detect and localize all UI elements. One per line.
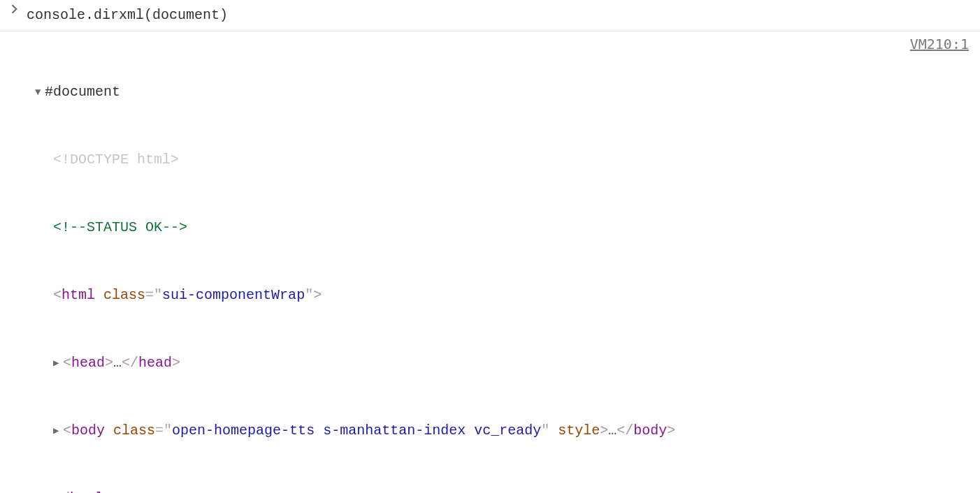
- caret-right-icon[interactable]: ▶: [53, 355, 63, 371]
- html-close-node[interactable]: </html>: [35, 487, 972, 493]
- html-open-node[interactable]: <html class="sui-componentWrap">: [35, 284, 972, 307]
- tree-root[interactable]: ▼#document: [35, 80, 972, 103]
- console-input-row: console.dirxml(document): [0, 0, 980, 31]
- console-input-text: console.dirxml(document): [27, 4, 972, 27]
- doctype-node[interactable]: <!DOCTYPE html>: [35, 148, 972, 171]
- document-label: #document: [45, 84, 120, 100]
- source-link[interactable]: VM210:1: [910, 36, 969, 52]
- console-log-row: ▼#document <!DOCTYPE html> <!--STATUS OK…: [0, 31, 980, 493]
- input-chevron-icon: [3, 4, 27, 14]
- comment-node[interactable]: <!--STATUS OK-->: [35, 216, 972, 239]
- caret-right-icon[interactable]: ▶: [53, 423, 63, 439]
- caret-down-icon[interactable]: ▼: [35, 84, 45, 101]
- dom-tree[interactable]: ▼#document <!DOCTYPE html> <!--STATUS OK…: [27, 36, 972, 493]
- body-node[interactable]: ▶<body class="open-homepage-tts s-manhat…: [35, 419, 972, 442]
- head-node[interactable]: ▶<head>…</head>: [35, 351, 972, 374]
